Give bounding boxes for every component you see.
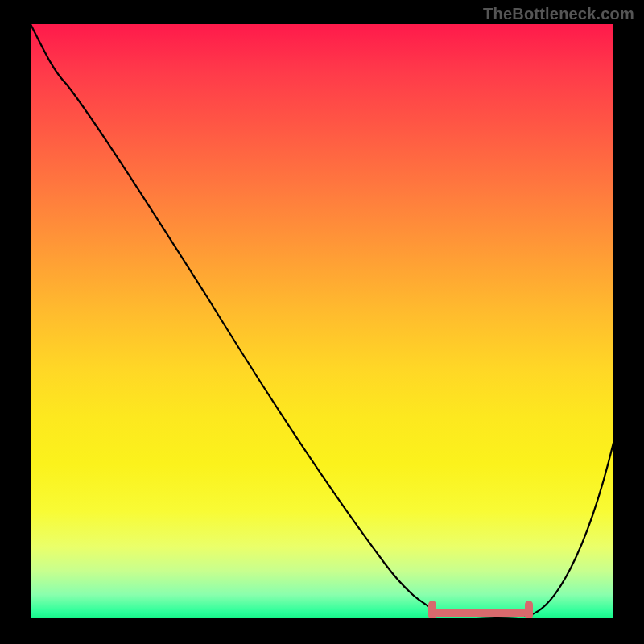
optimal-zone-marker bbox=[433, 609, 528, 617]
plot-area bbox=[31, 24, 613, 618]
bottleneck-curve bbox=[31, 24, 613, 618]
watermark-text: TheBottleneck.com bbox=[483, 5, 634, 23]
optimal-zone-left-nub bbox=[428, 601, 436, 618]
optimal-zone-right-nub bbox=[525, 601, 533, 618]
